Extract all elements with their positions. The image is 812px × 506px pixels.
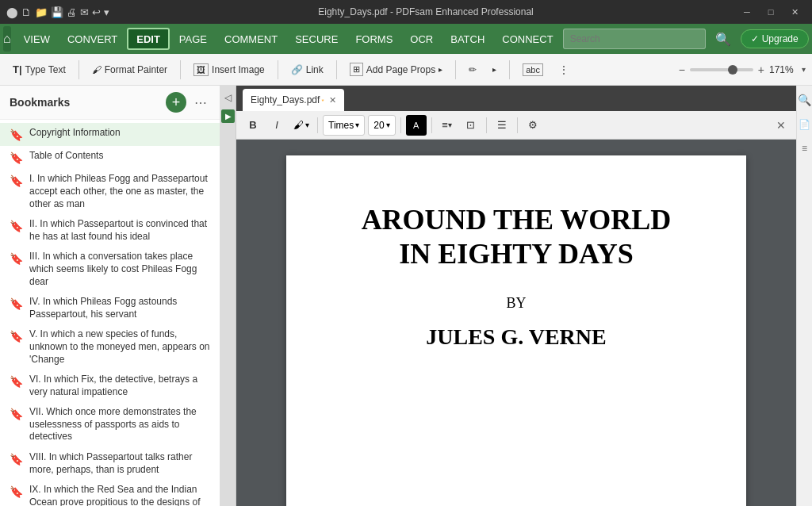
bookmark-label: V. In which a new species of funds, unkn… [29,328,212,366]
bold-button[interactable]: B [243,115,263,136]
zoom-slider[interactable] [690,68,753,71]
type-text-label: Type Text [25,64,66,75]
search-sidebar-icon[interactable]: 🔍 [795,90,812,109]
new-icon[interactable]: 🗋 [21,6,32,18]
insert-image-icon: 🖼 [193,63,209,76]
add-bookmark-button[interactable]: + [166,92,186,113]
paragraph-settings-button[interactable]: ☰ [492,115,512,136]
align-button[interactable]: ≡ ▾ [437,115,458,136]
edit-more-button[interactable]: ▸ [486,58,503,82]
close-button[interactable]: ✕ [783,3,806,21]
options-menu-button[interactable]: ⋮ [553,58,575,82]
upgrade-button[interactable]: ✓ Upgrade [741,29,809,48]
add-page-props-button[interactable]: ⊞ Add Page Props ▸ [343,58,449,82]
undo-icon[interactable]: ↩ [92,6,101,18]
bookmark-list: 🔖 Copyright Information 🔖 Table of Conte… [0,120,220,506]
bookmark-item-copyright[interactable]: 🔖 Copyright Information [0,123,220,146]
font-color-button[interactable]: A [406,115,427,136]
main-layout: Bookmarks + ⋯ 🔖 Copyright Information 🔖 … [0,86,812,506]
bookmarks-menu-button[interactable]: ⋯ [191,94,210,112]
search-icon[interactable]: 🔍 [712,29,734,50]
bookmark-item-ch1[interactable]: 🔖 I. In which Phileas Fogg and Passepart… [0,169,220,214]
titlebar: ⬤ 🗋 📁 💾 🖨 ✉ ↩ ▾ Eighty_Days.pdf - PDFsam… [0,0,812,24]
print-icon[interactable]: 🖨 [67,6,77,18]
format-painter-button[interactable]: 🖌 Format Painter [86,58,174,82]
tab-close-button[interactable]: ✕ [329,95,336,105]
pdf-book-title: AROUND THE WORLD IN EIGHTY DAYS [362,203,672,271]
zoom-dropdown-icon[interactable]: ▾ [802,65,806,74]
panel-toggle-button[interactable]: ▶ [221,109,235,123]
menu-edit[interactable]: EDIT [127,28,170,50]
minimize-button[interactable]: ─ [736,3,758,21]
bookmark-item-ch4[interactable]: 🔖 IV. In which Phileas Fogg astounds Pas… [0,292,220,324]
menubar: ⌂ VIEW CONVERT EDIT PAGE COMMENT SECURE … [0,24,812,54]
bookmark-item-ch2[interactable]: 🔖 II. In which Passepartout is convinced… [0,214,220,247]
edit-pencil-button[interactable]: ✏ [462,58,483,82]
abc-button[interactable]: abc [516,58,550,82]
bookmark-label: III. In which a conversation takes place… [29,251,212,288]
menu-batch[interactable]: BATCH [442,28,492,50]
text-color-picker[interactable]: 🖌 ▾ [290,117,312,132]
zoom-controls: − + 171% ▾ [679,63,806,76]
bookmark-icon: 🔖 [10,128,23,142]
menu-ocr[interactable]: OCR [402,28,441,50]
zoom-value: 171% [769,64,797,75]
bookmark-item-toc[interactable]: 🔖 Table of Contents [0,146,220,169]
bookmark-item-ch5[interactable]: 🔖 V. In which a new species of funds, un… [0,324,220,370]
close-format-toolbar-button[interactable]: ✕ [772,117,790,134]
pdf-tab[interactable]: Eighty_Days.pdf* ✕ [243,89,344,111]
more-dropdown-icon: ▸ [439,65,442,74]
page-view-icon[interactable]: 📄 [795,116,812,133]
font-size-dropdown[interactable]: 20 ▾ [368,115,395,136]
bookmark-label: II. In which Passepartout is convinced t… [29,218,212,243]
upgrade-check-icon: ✓ [751,33,759,44]
maximize-button[interactable]: □ [760,3,782,21]
bookmark-item-ch8[interactable]: 🔖 VIII. In which Passepartout talks rath… [0,447,220,480]
bookmark-icon: 🔖 [10,485,23,499]
menu-view[interactable]: VIEW [16,28,58,50]
search-input[interactable] [563,29,706,49]
collapse-sidebar-button[interactable]: ◁ [224,92,232,103]
bookmark-label: Table of Contents [29,150,103,163]
bookmark-item-ch3[interactable]: 🔖 III. In which a conversation takes pla… [0,247,220,292]
toolbar-separator-2 [180,60,181,79]
menu-comment[interactable]: COMMENT [216,28,285,50]
format-separator-3 [431,117,432,133]
link-button[interactable]: 🔗 Link [285,58,330,82]
toolbar-separator-1 [79,60,79,79]
bookmark-icon: 🔖 [10,174,23,188]
toolbar-separator-4 [336,60,337,79]
menu-connect[interactable]: CONNECT [494,28,561,50]
menu-forms[interactable]: FORMS [347,28,400,50]
pdf-title-line2: IN EIGHTY DAYS [362,237,672,271]
insert-image-button[interactable]: 🖼 Insert Image [187,58,271,82]
bookmark-icon: 🔖 [10,329,23,343]
bookmark-label: Copyright Information [29,127,121,140]
open-icon[interactable]: 📁 [35,6,48,18]
save-icon[interactable]: 💾 [51,6,63,18]
bookmark-item-ch9[interactable]: 🔖 IX. In which the Red Sea and the India… [0,480,220,506]
bookmark-item-ch7[interactable]: 🔖 VII. Which once more demonstrates the … [0,402,220,447]
format-painter-label: Format Painter [105,64,167,75]
bookmark-label: I. In which Phileas Fogg and Passepartou… [29,173,212,210]
email-icon[interactable]: ✉ [80,6,89,18]
menu-secure[interactable]: SECURE [287,28,346,50]
text-props-button[interactable]: ⊡ [461,115,481,136]
app-logo-icon: ⬤ [6,6,18,18]
type-text-button[interactable]: T| Type Text [6,58,72,82]
more-settings-button[interactable]: ⚙ [523,115,543,136]
format-separator-5 [517,117,518,133]
font-family-dropdown[interactable]: Times ▾ [323,115,365,136]
zoom-out-button[interactable]: − [679,63,685,76]
dropdown-icon[interactable]: ▾ [104,6,109,18]
italic-button[interactable]: I [266,115,287,136]
compare-icon[interactable]: ≡ [799,140,810,157]
menu-convert[interactable]: CONVERT [59,28,125,50]
bookmark-item-ch6[interactable]: 🔖 VI. In which Fix, the detective, betra… [0,370,220,402]
zoom-in-button[interactable]: + [758,63,764,76]
options-menu-icon: ⋮ [559,64,569,75]
pdf-content-area: AROUND THE WORLD IN EIGHTY DAYS BY JULES… [236,140,796,506]
home-button[interactable]: ⌂ [3,26,11,52]
menu-page[interactable]: PAGE [171,28,215,50]
bookmarks-title: Bookmarks [10,96,166,109]
